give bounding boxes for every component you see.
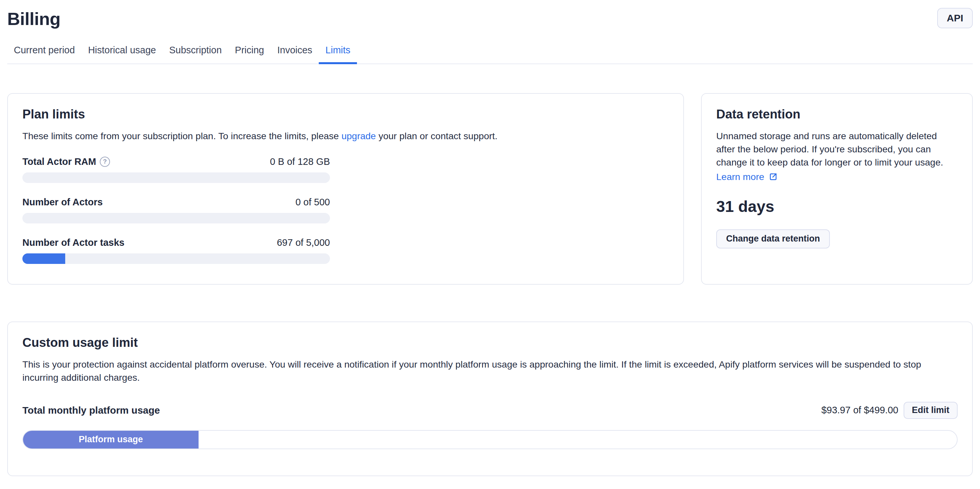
- limit-row-header: Total Actor RAM ? 0 B of 128 GB: [22, 156, 330, 167]
- plan-limits-description: These limits come from your subscription…: [22, 129, 669, 143]
- external-link-icon: [768, 172, 778, 182]
- api-button[interactable]: API: [937, 8, 973, 28]
- custom-usage-limit-description: This is your protection against accident…: [22, 358, 958, 384]
- usage-label: Total monthly platform usage: [22, 405, 160, 416]
- data-retention-description: Unnamed storage and runs are automatical…: [716, 129, 958, 169]
- limit-value: 0 B of 128 GB: [270, 156, 330, 167]
- custom-usage-limit-card: Custom usage limit This is your protecti…: [7, 322, 973, 476]
- platform-usage-bar-label: Platform usage: [79, 434, 143, 445]
- usage-right-group: $93.97 of $499.00 Edit limit: [821, 402, 958, 419]
- limit-value: 697 of 5,000: [277, 237, 330, 248]
- help-icon[interactable]: ?: [100, 157, 110, 167]
- edit-limit-button[interactable]: Edit limit: [904, 402, 958, 419]
- tab-invoices[interactable]: Invoices: [271, 40, 319, 64]
- platform-usage-bar-fill: Platform usage: [23, 431, 199, 449]
- tab-current-period[interactable]: Current period: [7, 40, 81, 64]
- usage-row: Total monthly platform usage $93.97 of $…: [22, 402, 958, 419]
- plan-limits-description-suffix: your plan or contact support.: [376, 131, 497, 141]
- limit-row-header: Number of Actor tasks 697 of 5,000: [22, 237, 330, 248]
- learn-more-link[interactable]: Learn more: [716, 171, 778, 182]
- page-title: Billing: [7, 9, 973, 29]
- upgrade-link[interactable]: upgrade: [342, 131, 376, 141]
- plan-limits-card: Plan limits These limits come from your …: [7, 93, 684, 285]
- platform-usage-bar-track: Platform usage: [22, 430, 958, 449]
- limit-value: 0 of 500: [295, 197, 330, 208]
- limit-label: Number of Actor tasks: [22, 237, 124, 248]
- usage-amount: $93.97 of $499.00: [821, 405, 898, 416]
- progress-bar-fill: [22, 253, 65, 264]
- limit-label-text: Total Actor RAM: [22, 156, 96, 167]
- billing-tabs: Current period Historical usage Subscrip…: [7, 40, 973, 64]
- limit-row-number-of-actors: Number of Actors 0 of 500: [22, 197, 330, 224]
- limit-label-text: Number of Actor tasks: [22, 237, 124, 248]
- limit-label: Number of Actors: [22, 197, 103, 208]
- page-header: Billing API: [7, 0, 973, 29]
- custom-usage-limit-title: Custom usage limit: [22, 335, 958, 351]
- top-cards-row: Plan limits These limits come from your …: [7, 93, 973, 285]
- limit-row-header: Number of Actors 0 of 500: [22, 197, 330, 208]
- limit-label: Total Actor RAM ?: [22, 156, 110, 167]
- learn-more-label: Learn more: [716, 171, 764, 182]
- retention-value: 31 days: [716, 197, 958, 216]
- progress-bar-track: [22, 253, 330, 264]
- tab-limits[interactable]: Limits: [319, 40, 357, 64]
- change-data-retention-button[interactable]: Change data retention: [716, 229, 830, 248]
- progress-bar-track: [22, 213, 330, 224]
- limit-label-text: Number of Actors: [22, 197, 103, 208]
- data-retention-card: Data retention Unnamed storage and runs …: [701, 93, 973, 285]
- plan-limits-title: Plan limits: [22, 107, 669, 122]
- progress-bar-track: [22, 172, 330, 183]
- tab-historical-usage[interactable]: Historical usage: [81, 40, 162, 64]
- tab-pricing[interactable]: Pricing: [228, 40, 271, 64]
- limit-row-total-actor-ram: Total Actor RAM ? 0 B of 128 GB: [22, 156, 330, 183]
- tab-subscription[interactable]: Subscription: [163, 40, 229, 64]
- billing-limits-content: Plan limits These limits come from your …: [7, 93, 973, 476]
- data-retention-title: Data retention: [716, 107, 958, 122]
- limit-row-number-of-actor-tasks: Number of Actor tasks 697 of 5,000: [22, 237, 330, 264]
- billing-page: Billing API Current period Historical us…: [0, 0, 980, 489]
- plan-limits-description-prefix: These limits come from your subscription…: [22, 131, 342, 141]
- plan-limits-list: Total Actor RAM ? 0 B of 128 GB Nu: [22, 156, 330, 264]
